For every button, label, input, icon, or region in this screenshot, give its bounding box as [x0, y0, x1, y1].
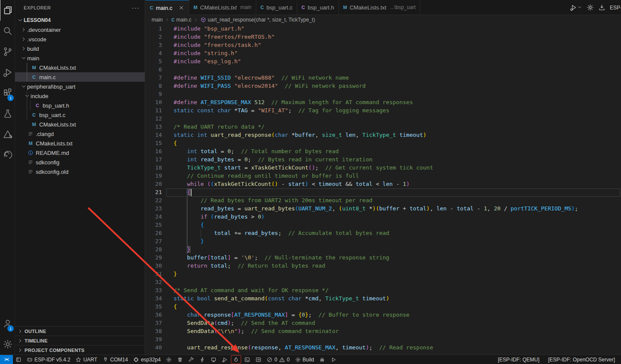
status-idf-terminal[interactable]	[242, 355, 253, 364]
activity-accounts[interactable]: 1	[0, 313, 15, 334]
section-timeline[interactable]: TIMELINE	[15, 336, 145, 345]
tree-item-label: README.md	[36, 150, 69, 156]
breadcrumb-separator-icon	[193, 17, 199, 22]
breadcrumb-item[interactable]: Cmain.c	[171, 17, 192, 23]
code-line-40: 40 uart_read_response(response, AT_RESPO…	[146, 343, 621, 352]
tree-item-cmakelists-txt[interactable]: MCMakeLists.txt	[15, 63, 145, 72]
activity-esp-idf-explorer[interactable]	[0, 145, 15, 165]
status-uart-mode[interactable]: UART	[73, 355, 99, 364]
activity-manage[interactable]	[0, 334, 15, 355]
esp-idf-truncated-label[interactable]: ESP-ID	[610, 5, 621, 11]
file-type-icon: M	[343, 5, 347, 10]
activity-extensions[interactable]: 1	[0, 83, 15, 103]
tree-item--clangd[interactable]: .clangd	[15, 129, 145, 139]
line-content: #define WIFI_PASS "elecrow2014" // WiFi …	[162, 82, 366, 90]
section-outline[interactable]: OUTLINE	[15, 326, 145, 336]
line-number: 3	[146, 41, 162, 49]
tree-item-label: build	[27, 46, 39, 52]
status-full-clean[interactable]	[174, 355, 186, 364]
tab-description: ...\bsp_uart	[390, 4, 416, 10]
tab-bsp-uart-c[interactable]: Cbsp_uart.c	[256, 0, 298, 15]
status-debug-task[interactable]	[317, 355, 328, 364]
activity-run-and-debug[interactable]	[0, 62, 15, 83]
status-build-project[interactable]: Build	[292, 355, 317, 364]
section-project-components[interactable]: PROJECT COMPONENTS	[15, 345, 145, 355]
tree-item-sdkconfig-old[interactable]: sdkconfig.old	[15, 167, 145, 176]
tree-item-main[interactable]: main	[15, 53, 145, 63]
activity-source-control[interactable]	[0, 41, 15, 62]
tab-label: CMakeLists.txt	[350, 4, 386, 11]
status-build-flash-monitor[interactable]	[253, 355, 264, 364]
status-remote-indicator[interactable]: ><	[0, 355, 13, 364]
code-line-29: 29 buffer[total] = '\0'; // Null-termina…	[146, 253, 621, 262]
activity-test-tools[interactable]	[0, 124, 15, 145]
activity-search[interactable]	[0, 21, 15, 41]
breadcrumb-item[interactable]: uart_read_response(char *, size_t, TickT…	[200, 17, 315, 23]
status-openocd-server[interactable]: [ESP-IDF: OpenOCD Server]	[546, 355, 618, 364]
more-actions-icon[interactable]: ···	[132, 4, 140, 11]
tree-item-build[interactable]: build	[15, 44, 145, 53]
line-content: #define WIFI_SSID "elecrow888" // WiFi n…	[162, 74, 349, 82]
tree-item-bsp-uart-h[interactable]: Cbsp_uart.h	[15, 101, 145, 110]
status-serial-port[interactable]: COM14	[100, 355, 130, 364]
tree-item--devcontainer[interactable]: .devcontainer	[15, 25, 145, 34]
tab-cmakelists-txt[interactable]: MCMakeLists.txt...\bsp_uart	[339, 0, 420, 15]
tab-cmakelists-txt[interactable]: MCMakeLists.txtmain	[189, 0, 256, 15]
activity-bar-bottom: 1	[0, 313, 15, 355]
status-problems[interactable]: 00	[264, 355, 292, 364]
status-esp-idf-version[interactable]: ESP-IDF v5.4.2	[24, 355, 73, 364]
status-qemu-server[interactable]: [ESP-IDF: QEMU]	[495, 355, 542, 364]
tree-item-readme-md[interactable]: README.md	[15, 148, 145, 157]
activity-explorer[interactable]	[0, 0, 15, 21]
tree-item-peripheral-bsp-uart[interactable]: peripheral\bsp_uart	[15, 82, 145, 91]
status-debug-device[interactable]	[219, 355, 230, 364]
code-line-4: 4#include "string.h"	[146, 49, 621, 57]
status-sdk-config[interactable]	[163, 355, 174, 364]
activity-testing[interactable]	[0, 103, 15, 124]
plug-icon	[102, 357, 109, 363]
line-content: #include "freertos/FreeRTOS.h"	[162, 33, 275, 41]
status-run-task[interactable]	[328, 355, 339, 364]
line-content: {	[162, 139, 177, 147]
run-or-debug-button[interactable]	[570, 4, 582, 12]
tab-label: main.c	[156, 5, 172, 11]
line-content	[162, 65, 174, 74]
files-icon	[3, 5, 13, 15]
file-type-icon: C	[171, 18, 174, 22]
chevron-down-icon	[20, 55, 27, 62]
status-restore-editors[interactable]	[13, 355, 24, 364]
tree-item-sdkconfig[interactable]: sdkconfig	[15, 157, 145, 167]
status-flash-method[interactable]	[197, 355, 208, 364]
line-content: /* Read UART return data */	[162, 123, 264, 131]
status-flash-device[interactable]	[230, 355, 242, 364]
tree-item--vscode[interactable]: .vscode	[15, 34, 145, 44]
status-device-target[interactable]: esp32p4	[130, 355, 163, 364]
tree-indent-guide	[30, 101, 31, 110]
status-custom-task[interactable]	[186, 355, 197, 364]
code-editor[interactable]: 1#include "bsp_uart.h"2#include "freerto…	[146, 25, 621, 355]
line-content: uart_read_response(response, AT_RESPONSE…	[162, 343, 433, 352]
code-line-12: 12	[146, 114, 621, 123]
line-number: 19	[146, 172, 162, 180]
close-icon[interactable]	[178, 5, 184, 11]
code-line-37: 37 SendData(cmd); // Send the AT command	[146, 319, 621, 327]
tree-item-label: CMakeLists.txt	[39, 65, 76, 71]
line-number: 20	[146, 180, 162, 188]
tree-item-bsp-uart-c[interactable]: Cbsp_uart.c	[15, 110, 145, 120]
badge: 1	[7, 325, 14, 332]
tree-item-include[interactable]: include	[15, 91, 145, 101]
install-button[interactable]	[598, 4, 605, 11]
breadcrumb-item[interactable]: main	[152, 17, 163, 23]
tree-item-main-c[interactable]: Cmain.c	[15, 72, 145, 82]
file-type-icon	[27, 169, 34, 175]
tree-item-cmakelists-txt[interactable]: MCMakeLists.txt	[15, 139, 145, 148]
code-line-10: 10#define AT_RESPONSE_MAX 512 // Maximum…	[146, 98, 621, 106]
tree-item-cmakelists-txt[interactable]: MCMakeLists.txt	[15, 120, 145, 129]
tree-root-lesson04[interactable]: LESSON04	[15, 15, 145, 25]
trash-icon	[177, 357, 183, 363]
tree-item-label: CMakeLists.txt	[39, 121, 76, 128]
tab-bsp-uart-h[interactable]: Cbsp_uart.h	[297, 0, 338, 15]
idf-settings-button[interactable]	[587, 4, 594, 11]
status-monitor-device[interactable]	[208, 355, 219, 364]
tab-main-c[interactable]: Cmain.c	[146, 0, 189, 15]
